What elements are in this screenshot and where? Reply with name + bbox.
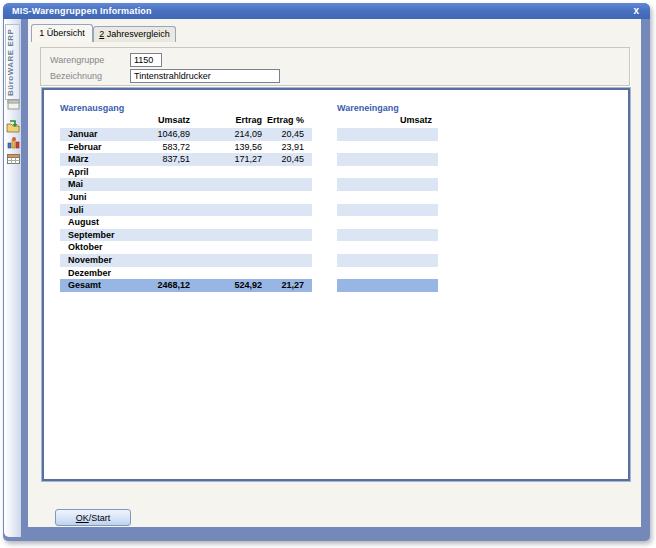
total-label: Gesamt bbox=[68, 279, 101, 292]
month-label: September bbox=[68, 229, 115, 242]
total-ertrag-pct-value: 21,27 bbox=[281, 279, 304, 292]
umsatz-value: 837,51 bbox=[162, 153, 190, 166]
month-label: April bbox=[68, 166, 89, 179]
month-label: August bbox=[68, 216, 99, 229]
month-label: November bbox=[68, 254, 112, 267]
total-ertrag-value: 524,92 bbox=[234, 279, 262, 292]
table-row bbox=[337, 178, 438, 191]
warenausgang-rows: Januar1046,89214,0920,45Februar583,72139… bbox=[60, 128, 312, 292]
col-header-ertrag: Ertrag bbox=[235, 115, 262, 125]
ertrag-value: 171,27 bbox=[234, 153, 262, 166]
app-window: MIS-Warengruppen Information x BüroWARE … bbox=[3, 3, 650, 541]
tab-jahresvergleich[interactable]: 2 Jahresvergleich bbox=[93, 26, 176, 42]
table-row bbox=[337, 141, 438, 154]
table-row bbox=[337, 241, 438, 254]
total-row bbox=[337, 279, 438, 292]
ok-start-button[interactable]: OK/Start bbox=[55, 509, 131, 526]
report-area: Warenausgang Wareneingang Umsatz Ertrag … bbox=[42, 88, 630, 481]
window-title: MIS-Warengruppen Information bbox=[12, 3, 152, 19]
col-header-umsatz: Umsatz bbox=[158, 115, 190, 125]
stats-chart-icon[interactable] bbox=[6, 136, 21, 150]
ok-mnemonic: OK bbox=[76, 513, 89, 523]
table-row: Oktober bbox=[60, 241, 312, 254]
month-label: Juli bbox=[68, 204, 84, 217]
table-row: Juni bbox=[60, 191, 312, 204]
umsatz-value: 1046,89 bbox=[157, 128, 190, 141]
ertrag-value: 139,56 bbox=[234, 141, 262, 154]
ok-rest: /Start bbox=[89, 513, 111, 523]
table-row: März837,51171,2720,45 bbox=[60, 153, 312, 166]
month-label: Januar bbox=[68, 128, 98, 141]
ertrag-value: 214,09 bbox=[234, 128, 262, 141]
total-umsatz-value: 2468,12 bbox=[157, 279, 190, 292]
table-row: Juli bbox=[60, 204, 312, 217]
table-row: Dezember bbox=[60, 267, 312, 280]
month-label: Februar bbox=[68, 141, 102, 154]
form-icon[interactable] bbox=[6, 98, 21, 112]
total-row: Gesamt2468,12524,9221,27 bbox=[60, 279, 312, 292]
umsatz-value: 583,72 bbox=[162, 141, 190, 154]
warenausgang-title: Warenausgang bbox=[60, 103, 124, 113]
table-row bbox=[337, 191, 438, 204]
table-row: November bbox=[60, 254, 312, 267]
col-header-we-umsatz: Umsatz bbox=[400, 115, 432, 125]
table-row bbox=[337, 166, 438, 179]
ertrag-pct-value: 20,45 bbox=[281, 128, 304, 141]
table-icon[interactable] bbox=[6, 152, 21, 166]
table-row: Mai bbox=[60, 178, 312, 191]
sidebar-brand-tab[interactable]: BüroWARE ERP bbox=[5, 24, 20, 100]
table-row bbox=[337, 153, 438, 166]
col-header-ertrag-pct: Ertrag % bbox=[267, 115, 304, 125]
wareneingang-rows bbox=[337, 128, 438, 292]
header-groupbox: Warengruppe Bezeichnung bbox=[40, 47, 630, 86]
bezeichnung-label: Bezeichnung bbox=[50, 71, 102, 81]
open-folder-icon[interactable] bbox=[6, 120, 21, 134]
brand-label: BüroWARE ERP bbox=[6, 27, 19, 97]
table-row: April bbox=[60, 166, 312, 179]
table-row bbox=[337, 128, 438, 141]
table-row: Januar1046,89214,0920,45 bbox=[60, 128, 312, 141]
tab-jahresvergleich-label: Jahresvergleich bbox=[104, 29, 170, 39]
ertrag-pct-value: 23,91 bbox=[281, 141, 304, 154]
ertrag-pct-value: 20,45 bbox=[281, 153, 304, 166]
month-label: Mai bbox=[68, 178, 83, 191]
table-row bbox=[337, 216, 438, 229]
close-icon[interactable]: x bbox=[633, 3, 639, 18]
warengruppe-input[interactable] bbox=[130, 53, 162, 67]
table-row bbox=[337, 204, 438, 217]
sidebar: BüroWARE ERP bbox=[4, 19, 21, 537]
table-row bbox=[337, 267, 438, 280]
table-row: August bbox=[60, 216, 312, 229]
table-row bbox=[337, 229, 438, 242]
month-label: März bbox=[68, 153, 89, 166]
warengruppe-label: Warengruppe bbox=[50, 55, 104, 65]
tab-uebersicht-label: 1 Übersicht bbox=[39, 28, 85, 38]
month-label: Oktober bbox=[68, 241, 103, 254]
bezeichnung-input[interactable] bbox=[130, 69, 280, 83]
titlebar: MIS-Warengruppen Information x bbox=[3, 3, 650, 19]
table-row bbox=[337, 254, 438, 267]
wareneingang-title: Wareneingang bbox=[337, 103, 399, 113]
tab-uebersicht[interactable]: 1 Übersicht bbox=[31, 24, 93, 42]
month-label: Dezember bbox=[68, 267, 111, 280]
table-row: September bbox=[60, 229, 312, 242]
month-label: Juni bbox=[68, 191, 87, 204]
table-row: Februar583,72139,5623,91 bbox=[60, 141, 312, 154]
